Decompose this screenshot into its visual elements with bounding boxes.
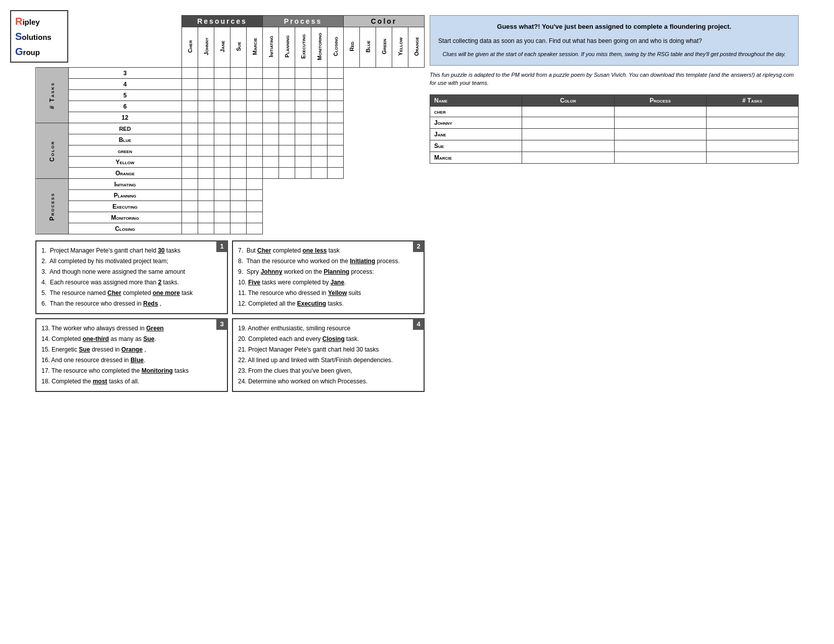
cell-yellow-cher[interactable] bbox=[182, 157, 198, 168]
cell-red-johnny[interactable] bbox=[198, 123, 214, 134]
cell-t4-closing[interactable] bbox=[328, 79, 344, 90]
cell-green-monitoring[interactable] bbox=[311, 145, 328, 157]
cell-red-sue[interactable] bbox=[230, 123, 247, 134]
cell-red-initiating[interactable] bbox=[263, 123, 279, 134]
cell-yellow-executing[interactable] bbox=[295, 157, 311, 168]
summary-tasks-marcie[interactable] bbox=[706, 152, 798, 163]
cell-t6-executing[interactable] bbox=[295, 101, 311, 112]
cell-t12-initiating[interactable] bbox=[263, 112, 279, 123]
cell-t5-marcie[interactable] bbox=[247, 90, 263, 101]
cell-t4-monitoring[interactable] bbox=[311, 79, 328, 90]
summary-color-marcie[interactable] bbox=[522, 152, 614, 163]
cell-yellow-initiating[interactable] bbox=[263, 157, 279, 168]
summary-process-cher[interactable] bbox=[614, 106, 706, 117]
cell-t6-planning[interactable] bbox=[279, 101, 295, 112]
cell-close-jane[interactable] bbox=[214, 223, 230, 234]
cell-t4-initiating[interactable] bbox=[263, 79, 279, 90]
summary-color-jane[interactable] bbox=[522, 128, 614, 140]
cell-t3-initiating[interactable] bbox=[263, 68, 279, 79]
cell-close-sue[interactable] bbox=[230, 223, 247, 234]
cell-blue-sue[interactable] bbox=[230, 134, 247, 145]
cell-red-executing[interactable] bbox=[295, 123, 311, 134]
cell-blue-executing[interactable] bbox=[295, 134, 311, 145]
cell-green-cher[interactable] bbox=[182, 145, 198, 157]
cell-t5-sue[interactable] bbox=[230, 90, 247, 101]
cell-t3-monitoring[interactable] bbox=[311, 68, 328, 79]
cell-t4-sue[interactable] bbox=[230, 79, 247, 90]
cell-t3-closing[interactable] bbox=[328, 68, 344, 79]
cell-mon-johnny[interactable] bbox=[198, 212, 214, 223]
cell-red-marcie[interactable] bbox=[247, 123, 263, 134]
cell-t4-cher[interactable] bbox=[182, 79, 198, 90]
cell-red-closing[interactable] bbox=[328, 123, 344, 134]
summary-tasks-jane[interactable] bbox=[706, 128, 798, 140]
cell-t12-executing[interactable] bbox=[295, 112, 311, 123]
cell-t3-johnny[interactable] bbox=[198, 68, 214, 79]
cell-green-sue[interactable] bbox=[230, 145, 247, 157]
cell-blue-monitoring[interactable] bbox=[311, 134, 328, 145]
cell-t3-jane[interactable] bbox=[214, 68, 230, 79]
cell-init-cher[interactable] bbox=[182, 179, 198, 190]
summary-process-sue[interactable] bbox=[614, 140, 706, 152]
cell-orange-cher[interactable] bbox=[182, 168, 198, 179]
cell-t6-closing[interactable] bbox=[328, 101, 344, 112]
cell-t6-monitoring[interactable] bbox=[311, 101, 328, 112]
cell-orange-sue[interactable] bbox=[230, 168, 247, 179]
cell-blue-marcie[interactable] bbox=[247, 134, 263, 145]
cell-red-planning[interactable] bbox=[279, 123, 295, 134]
cell-t6-initiating[interactable] bbox=[263, 101, 279, 112]
cell-t12-closing[interactable] bbox=[328, 112, 344, 123]
cell-mon-sue[interactable] bbox=[230, 212, 247, 223]
cell-exec-sue[interactable] bbox=[230, 201, 247, 212]
cell-t4-executing[interactable] bbox=[295, 79, 311, 90]
cell-yellow-monitoring[interactable] bbox=[311, 157, 328, 168]
cell-green-johnny[interactable] bbox=[198, 145, 214, 157]
cell-t3-planning[interactable] bbox=[279, 68, 295, 79]
cell-green-initiating[interactable] bbox=[263, 145, 279, 157]
cell-t12-jane[interactable] bbox=[214, 112, 230, 123]
cell-t5-initiating[interactable] bbox=[263, 90, 279, 101]
cell-blue-closing[interactable] bbox=[328, 134, 344, 145]
cell-t5-planning[interactable] bbox=[279, 90, 295, 101]
cell-blue-johnny[interactable] bbox=[198, 134, 214, 145]
summary-color-sue[interactable] bbox=[522, 140, 614, 152]
cell-t4-johnny[interactable] bbox=[198, 79, 214, 90]
cell-t5-closing[interactable] bbox=[328, 90, 344, 101]
cell-t12-cher[interactable] bbox=[182, 112, 198, 123]
cell-t5-johnny[interactable] bbox=[198, 90, 214, 101]
cell-t12-sue[interactable] bbox=[230, 112, 247, 123]
cell-blue-planning[interactable] bbox=[279, 134, 295, 145]
cell-green-marcie[interactable] bbox=[247, 145, 263, 157]
cell-init-sue[interactable] bbox=[230, 179, 247, 190]
cell-orange-jane[interactable] bbox=[214, 168, 230, 179]
cell-t12-marcie[interactable] bbox=[247, 112, 263, 123]
cell-t4-jane[interactable] bbox=[214, 79, 230, 90]
cell-orange-planning[interactable] bbox=[279, 168, 295, 179]
cell-close-marcie[interactable] bbox=[247, 223, 263, 234]
cell-exec-marcie[interactable] bbox=[247, 201, 263, 212]
cell-t5-executing[interactable] bbox=[295, 90, 311, 101]
cell-t6-sue[interactable] bbox=[230, 101, 247, 112]
cell-blue-initiating[interactable] bbox=[263, 134, 279, 145]
cell-exec-cher[interactable] bbox=[182, 201, 198, 212]
cell-yellow-sue[interactable] bbox=[230, 157, 247, 168]
summary-process-johnny[interactable] bbox=[614, 117, 706, 128]
cell-t3-sue[interactable] bbox=[230, 68, 247, 79]
cell-yellow-jane[interactable] bbox=[214, 157, 230, 168]
cell-yellow-johnny[interactable] bbox=[198, 157, 214, 168]
cell-mon-jane[interactable] bbox=[214, 212, 230, 223]
cell-exec-johnny[interactable] bbox=[198, 201, 214, 212]
cell-close-johnny[interactable] bbox=[198, 223, 214, 234]
cell-t12-johnny[interactable] bbox=[198, 112, 214, 123]
cell-orange-monitoring[interactable] bbox=[311, 168, 328, 179]
cell-t12-monitoring[interactable] bbox=[311, 112, 328, 123]
cell-orange-closing[interactable] bbox=[328, 168, 344, 179]
cell-mon-marcie[interactable] bbox=[247, 212, 263, 223]
cell-t6-johnny[interactable] bbox=[198, 101, 214, 112]
cell-plan-jane[interactable] bbox=[214, 190, 230, 201]
cell-t5-cher[interactable] bbox=[182, 90, 198, 101]
summary-tasks-sue[interactable] bbox=[706, 140, 798, 152]
cell-t4-planning[interactable] bbox=[279, 79, 295, 90]
cell-t12-planning[interactable] bbox=[279, 112, 295, 123]
cell-plan-cher[interactable] bbox=[182, 190, 198, 201]
